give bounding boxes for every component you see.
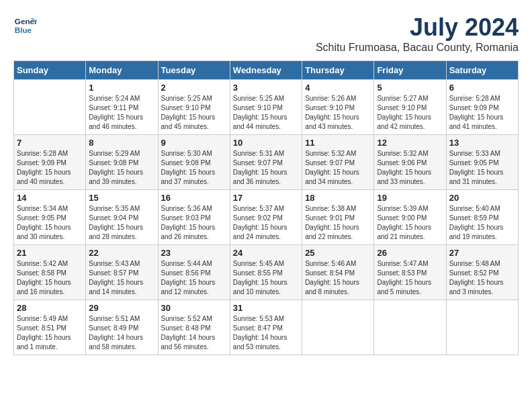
calendar-cell: 16Sunrise: 5:36 AM Sunset: 9:03 PM Dayli… [158, 190, 230, 245]
day-info: Sunrise: 5:26 AM Sunset: 9:10 PM Dayligh… [305, 94, 371, 132]
day-number: 9 [161, 138, 227, 148]
week-row-4: 21Sunrise: 5:42 AM Sunset: 8:58 PM Dayli… [14, 245, 519, 300]
day-info: Sunrise: 5:24 AM Sunset: 9:11 PM Dayligh… [89, 94, 154, 132]
day-number: 12 [377, 138, 443, 148]
day-info: Sunrise: 5:45 AM Sunset: 8:55 PM Dayligh… [233, 259, 299, 297]
calendar-cell: 26Sunrise: 5:47 AM Sunset: 8:53 PM Dayli… [374, 245, 446, 300]
day-number: 3 [233, 83, 299, 93]
calendar-cell: 29Sunrise: 5:51 AM Sunset: 8:49 PM Dayli… [86, 300, 158, 355]
day-info: Sunrise: 5:40 AM Sunset: 8:59 PM Dayligh… [449, 204, 515, 242]
day-number: 22 [89, 248, 154, 258]
day-number: 1 [89, 83, 154, 93]
day-number: 24 [233, 248, 299, 258]
calendar-cell: 7Sunrise: 5:28 AM Sunset: 9:09 PM Daylig… [14, 135, 86, 190]
day-number: 15 [89, 193, 154, 203]
calendar-cell: 1Sunrise: 5:24 AM Sunset: 9:11 PM Daylig… [86, 80, 158, 135]
day-number: 28 [17, 303, 83, 313]
calendar-cell: 3Sunrise: 5:25 AM Sunset: 9:10 PM Daylig… [230, 80, 302, 135]
calendar-cell: 12Sunrise: 5:32 AM Sunset: 9:06 PM Dayli… [374, 135, 446, 190]
calendar-cell: 15Sunrise: 5:35 AM Sunset: 9:04 PM Dayli… [86, 190, 158, 245]
day-number: 23 [161, 248, 227, 258]
day-header-thursday: Thursday [302, 61, 374, 80]
logo-icon: General Blue [13, 13, 38, 38]
header: General Blue July 2024 Schitu Frumoasa, … [13, 13, 519, 54]
calendar-cell [14, 80, 86, 135]
calendar-table: SundayMondayTuesdayWednesdayThursdayFrid… [13, 60, 519, 355]
day-info: Sunrise: 5:36 AM Sunset: 9:03 PM Dayligh… [161, 204, 227, 242]
calendar-cell: 2Sunrise: 5:25 AM Sunset: 9:10 PM Daylig… [158, 80, 230, 135]
day-number: 7 [17, 138, 83, 148]
calendar-cell: 14Sunrise: 5:34 AM Sunset: 9:05 PM Dayli… [14, 190, 86, 245]
day-info: Sunrise: 5:52 AM Sunset: 8:48 PM Dayligh… [161, 314, 227, 352]
day-info: Sunrise: 5:25 AM Sunset: 9:10 PM Dayligh… [233, 94, 299, 132]
calendar-cell: 25Sunrise: 5:46 AM Sunset: 8:54 PM Dayli… [302, 245, 374, 300]
day-info: Sunrise: 5:47 AM Sunset: 8:53 PM Dayligh… [377, 259, 443, 297]
day-info: Sunrise: 5:32 AM Sunset: 9:06 PM Dayligh… [377, 149, 443, 187]
calendar-cell: 9Sunrise: 5:30 AM Sunset: 9:08 PM Daylig… [158, 135, 230, 190]
calendar-cell: 21Sunrise: 5:42 AM Sunset: 8:58 PM Dayli… [14, 245, 86, 300]
day-number: 20 [449, 193, 515, 203]
calendar-cell: 18Sunrise: 5:38 AM Sunset: 9:01 PM Dayli… [302, 190, 374, 245]
day-number: 19 [377, 193, 443, 203]
calendar-cell: 6Sunrise: 5:28 AM Sunset: 9:09 PM Daylig… [446, 80, 518, 135]
week-row-3: 14Sunrise: 5:34 AM Sunset: 9:05 PM Dayli… [14, 190, 519, 245]
day-info: Sunrise: 5:39 AM Sunset: 9:00 PM Dayligh… [377, 204, 443, 242]
day-number: 14 [17, 193, 83, 203]
calendar-cell: 28Sunrise: 5:49 AM Sunset: 8:51 PM Dayli… [14, 300, 86, 355]
day-info: Sunrise: 5:29 AM Sunset: 9:08 PM Dayligh… [89, 149, 154, 187]
calendar-cell: 10Sunrise: 5:31 AM Sunset: 9:07 PM Dayli… [230, 135, 302, 190]
day-number: 6 [449, 83, 515, 93]
calendar-cell: 20Sunrise: 5:40 AM Sunset: 8:59 PM Dayli… [446, 190, 518, 245]
week-row-5: 28Sunrise: 5:49 AM Sunset: 8:51 PM Dayli… [14, 300, 519, 355]
calendar-cell [374, 300, 446, 355]
day-number: 18 [305, 193, 371, 203]
calendar-cell: 5Sunrise: 5:27 AM Sunset: 9:10 PM Daylig… [374, 80, 446, 135]
day-header-friday: Friday [374, 61, 446, 80]
week-row-1: 1Sunrise: 5:24 AM Sunset: 9:11 PM Daylig… [14, 80, 519, 135]
day-header-saturday: Saturday [446, 61, 518, 80]
day-info: Sunrise: 5:27 AM Sunset: 9:10 PM Dayligh… [377, 94, 443, 132]
day-number: 4 [305, 83, 371, 93]
svg-text:Blue: Blue [15, 26, 32, 34]
day-info: Sunrise: 5:53 AM Sunset: 8:47 PM Dayligh… [233, 314, 299, 352]
main-title: July 2024 [316, 13, 519, 42]
day-number: 30 [161, 303, 227, 313]
day-number: 25 [305, 248, 371, 258]
svg-text:General: General [15, 17, 38, 26]
day-info: Sunrise: 5:38 AM Sunset: 9:01 PM Dayligh… [305, 204, 371, 242]
day-info: Sunrise: 5:48 AM Sunset: 8:52 PM Dayligh… [449, 259, 515, 297]
day-info: Sunrise: 5:42 AM Sunset: 8:58 PM Dayligh… [17, 259, 83, 297]
day-number: 27 [449, 248, 515, 258]
day-number: 13 [449, 138, 515, 148]
day-number: 17 [233, 193, 299, 203]
week-row-2: 7Sunrise: 5:28 AM Sunset: 9:09 PM Daylig… [14, 135, 519, 190]
logo: General Blue [13, 13, 38, 38]
title-area: July 2024 Schitu Frumoasa, Bacau County,… [316, 13, 519, 54]
day-number: 5 [377, 83, 443, 93]
calendar-cell: 27Sunrise: 5:48 AM Sunset: 8:52 PM Dayli… [446, 245, 518, 300]
day-info: Sunrise: 5:44 AM Sunset: 8:56 PM Dayligh… [161, 259, 227, 297]
calendar-cell: 13Sunrise: 5:33 AM Sunset: 9:05 PM Dayli… [446, 135, 518, 190]
subtitle: Schitu Frumoasa, Bacau County, Romania [316, 42, 519, 54]
day-number: 2 [161, 83, 227, 93]
day-number: 31 [233, 303, 299, 313]
calendar-cell: 23Sunrise: 5:44 AM Sunset: 8:56 PM Dayli… [158, 245, 230, 300]
day-info: Sunrise: 5:32 AM Sunset: 9:07 PM Dayligh… [305, 149, 371, 187]
day-info: Sunrise: 5:28 AM Sunset: 9:09 PM Dayligh… [449, 94, 515, 132]
day-header-sunday: Sunday [14, 61, 86, 80]
day-info: Sunrise: 5:43 AM Sunset: 8:57 PM Dayligh… [89, 259, 154, 297]
day-number: 21 [17, 248, 83, 258]
day-info: Sunrise: 5:25 AM Sunset: 9:10 PM Dayligh… [161, 94, 227, 132]
day-header-wednesday: Wednesday [230, 61, 302, 80]
calendar-cell: 22Sunrise: 5:43 AM Sunset: 8:57 PM Dayli… [86, 245, 158, 300]
day-info: Sunrise: 5:51 AM Sunset: 8:49 PM Dayligh… [89, 314, 154, 352]
calendar-cell [302, 300, 374, 355]
day-number: 26 [377, 248, 443, 258]
calendar-cell [446, 300, 518, 355]
calendar-cell: 19Sunrise: 5:39 AM Sunset: 9:00 PM Dayli… [374, 190, 446, 245]
day-info: Sunrise: 5:33 AM Sunset: 9:05 PM Dayligh… [449, 149, 515, 187]
calendar-cell: 30Sunrise: 5:52 AM Sunset: 8:48 PM Dayli… [158, 300, 230, 355]
day-number: 10 [233, 138, 299, 148]
day-info: Sunrise: 5:37 AM Sunset: 9:02 PM Dayligh… [233, 204, 299, 242]
calendar-cell: 8Sunrise: 5:29 AM Sunset: 9:08 PM Daylig… [86, 135, 158, 190]
